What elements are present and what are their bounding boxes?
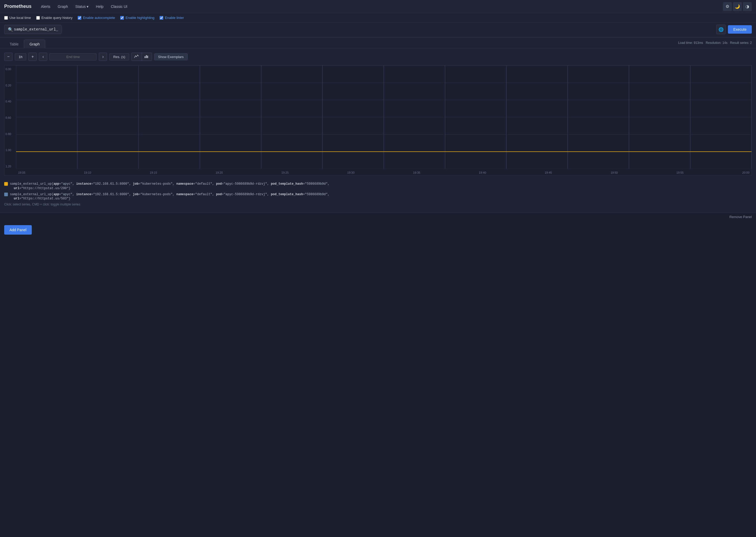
y-label-060: 0.60 [6,116,15,119]
nav-help[interactable]: Help [93,3,107,10]
nav-graph[interactable]: Graph [55,3,71,10]
series-legend: sample_external_url_up{app="apyc", insta… [4,180,752,208]
enable-autocomplete-checkbox[interactable] [78,16,81,20]
search-input-wrap: 🔍 [4,25,714,34]
result-series: Result series: 2 [730,41,752,45]
graph-panel: − 1h + ‹ › Res. (s) [0,48,756,213]
series-item-1[interactable]: sample_external_url_up{app="apyc", insta… [4,182,752,191]
increase-time-button[interactable]: + [28,53,37,61]
enable-linter-text: Enable linter [165,16,184,20]
y-axis-labels: 1.20 1.00 0.80 0.60 0.40 0.20 0.00 [5,65,16,169]
y-label-020: 0.20 [6,84,15,87]
add-panel-row: Add Panel [0,221,756,239]
series-label-2: sample_external_url_up{app="apyc", insta… [10,192,329,201]
tab-graph[interactable]: Graph [24,40,45,48]
y-label-120: 1.20 [6,165,15,168]
y-label-100: 1.00 [6,148,15,151]
bar-chart-button[interactable] [142,53,152,61]
nav-left-button[interactable]: ‹ [39,53,47,61]
series-label-1: sample_external_url_up{app="apyc", insta… [10,182,329,191]
enable-query-history-label[interactable]: Enable query history [36,16,73,20]
click-hint: Click: select series, CMD + click: toggl… [4,203,752,206]
enable-linter-checkbox[interactable] [160,16,163,20]
remove-panel-row: Remove Panel [0,213,756,221]
globe-button[interactable]: 🌐 [716,25,726,34]
svg-rect-2 [147,56,148,58]
use-local-time-checkbox[interactable] [4,16,8,20]
theme-dark-icon-button[interactable]: 🌙 [733,2,742,11]
search-bar: 🔍 🌐 Execute [0,22,756,38]
load-info: Load time: 913ms Resolution: 14s Result … [678,41,752,47]
enable-highlighting-label[interactable]: Enable highlighting [120,16,154,20]
nav-icons: ⚙ 🌙 ◑ [723,2,752,11]
enable-autocomplete-label[interactable]: Enable autocomplete [78,16,115,20]
series-color-2 [4,192,8,196]
enable-linter-label[interactable]: Enable linter [160,16,184,20]
search-icon: 🔍 [7,27,14,32]
x-axis-labels: 19:05 19:10 19:15 19:20 19:25 19:30 19:3… [16,170,751,175]
nav-alerts[interactable]: Alerts [38,3,54,10]
enable-query-history-checkbox[interactable] [36,16,40,20]
chart-inner [16,65,751,169]
chart-container: 1.20 1.00 0.80 0.60 0.40 0.20 0.00 [4,65,752,176]
theme-toggle-icon-button[interactable]: ◑ [743,2,752,11]
options-bar: Use local time Enable query history Enab… [0,13,756,22]
nav-classic-ui[interactable]: Classic UI [108,3,131,10]
enable-highlighting-text: Enable highlighting [126,16,154,20]
settings-icon-button[interactable]: ⚙ [723,2,732,11]
resolution-button[interactable]: Res. (s) [109,53,129,61]
series-color-1 [4,182,8,186]
graph-toolbar: − 1h + ‹ › Res. (s) [4,53,752,61]
chart-svg [16,65,751,169]
use-local-time-text: Use local time [10,16,31,20]
resolution: Resolution: 14s [706,41,728,45]
line-chart-button[interactable] [132,53,142,61]
svg-rect-0 [145,56,145,58]
end-time-input[interactable] [49,53,96,61]
decrease-time-button[interactable]: − [4,53,13,61]
enable-autocomplete-text: Enable autocomplete [83,16,115,20]
y-label-040: 0.40 [6,100,15,103]
tabs-row: Table Graph Load time: 913ms Resolution:… [0,38,756,48]
enable-query-history-text: Enable query history [42,16,73,20]
y-label-080: 0.80 [6,132,15,136]
y-label-000: 0.00 [6,67,15,71]
brand-title: Prometheus [4,4,31,9]
svg-rect-1 [146,55,147,58]
execute-button[interactable]: Execute [728,25,752,34]
show-exemplars-button[interactable]: Show Exemplars [154,53,188,61]
remove-panel-button[interactable]: Remove Panel [730,215,752,219]
enable-highlighting-checkbox[interactable] [120,16,124,20]
navbar: Prometheus Alerts Graph Status ▾ Help Cl… [0,0,756,13]
add-panel-button[interactable]: Add Panel [4,225,32,235]
nav-status[interactable]: Status ▾ [72,3,92,10]
series-item-2[interactable]: sample_external_url_up{app="apyc", insta… [4,192,752,201]
nav-links: Alerts Graph Status ▾ Help Classic UI [38,3,723,10]
nav-right-button[interactable]: › [99,53,107,61]
load-time: Load time: 913ms [678,41,703,45]
time-range-badge: 1h [15,53,26,61]
tab-table[interactable]: Table [4,40,24,48]
chart-type-buttons [131,53,152,61]
use-local-time-label[interactable]: Use local time [4,16,31,20]
main-content: Table Graph Load time: 913ms Resolution:… [0,38,756,239]
